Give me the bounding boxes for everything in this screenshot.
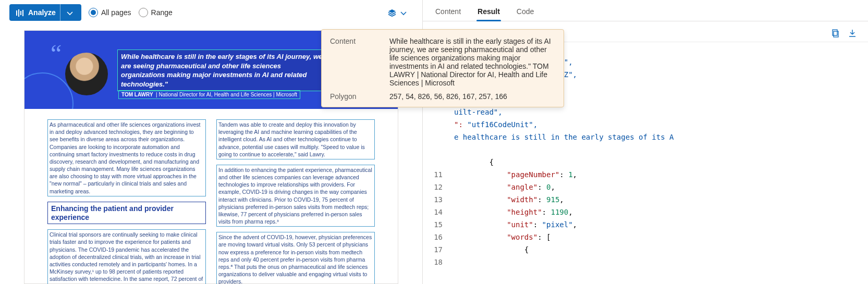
section-heading: Enhancing the patient and provider exper… [47, 202, 206, 225]
column-right: Tandem was able to create and deploy thi… [216, 119, 375, 284]
radio-all-pages[interactable]: All pages [89, 8, 131, 17]
byline-title: National Director for AI, Health and Lif… [159, 92, 298, 97]
chevron-down-icon [66, 8, 74, 17]
paragraph: As pharmaceutical and other life science… [47, 119, 206, 196]
layers-button[interactable] [388, 8, 413, 17]
paragraph: Tandem was able to create and deploy thi… [216, 119, 375, 159]
tooltip-polygon-label: Polygon [330, 92, 386, 101]
avatar [65, 53, 108, 95]
svg-rect-3 [22, 10, 23, 16]
paragraph: Since the advent of COVID-19, however, p… [216, 232, 375, 284]
paragraph: In addition to enhancing the patient exp… [216, 165, 375, 227]
analyze-split[interactable] [60, 4, 78, 21]
analyze-button[interactable]: Analyze [9, 4, 81, 21]
layers-icon [388, 8, 396, 17]
chevron-down-icon [399, 8, 408, 17]
svg-rect-2 [20, 11, 21, 15]
svg-rect-1 [18, 9, 19, 17]
radio-icon [89, 8, 98, 17]
svg-rect-0 [16, 10, 17, 16]
analyze-label: Analyze [28, 8, 56, 17]
radio-all-label: All pages [101, 8, 131, 17]
radio-icon [139, 8, 148, 17]
byline-name: TOM LAWRY [121, 92, 153, 97]
quote-text: While healthcare is still in the early s… [117, 50, 330, 91]
toolbar: Analyze All pages Range [0, 0, 422, 25]
content-tooltip: Content While healthcare is still in the… [321, 29, 564, 107]
column-left: As pharmaceutical and other life science… [47, 119, 206, 284]
paragraph: Clinical trial sponsors are continually … [47, 229, 206, 284]
tab-code[interactable]: Code [516, 4, 535, 21]
tooltip-polygon-value: 257, 54, 826, 56, 826, 167, 257, 166 [389, 92, 555, 101]
tooltip-content-label: Content [330, 37, 386, 87]
analyze-icon [16, 8, 24, 17]
result-actions [832, 29, 857, 38]
columns: As pharmaceutical and other life science… [25, 109, 398, 284]
tooltip-content-value: While healthcare is still in the early s… [389, 37, 555, 87]
tab-result[interactable]: Result [476, 4, 501, 21]
download-button[interactable] [848, 29, 857, 38]
copy-button[interactable] [832, 29, 840, 38]
svg-rect-5 [833, 30, 837, 35]
tabs: Content Result Code [423, 0, 868, 21]
radio-range[interactable]: Range [139, 8, 173, 17]
quote-mark-icon: “ [51, 48, 62, 58]
tab-content[interactable]: Content [434, 4, 462, 21]
svg-rect-4 [834, 31, 838, 37]
radio-range-label: Range [151, 8, 173, 17]
byline: TOM LAWRY | National Director for AI, He… [118, 90, 300, 99]
